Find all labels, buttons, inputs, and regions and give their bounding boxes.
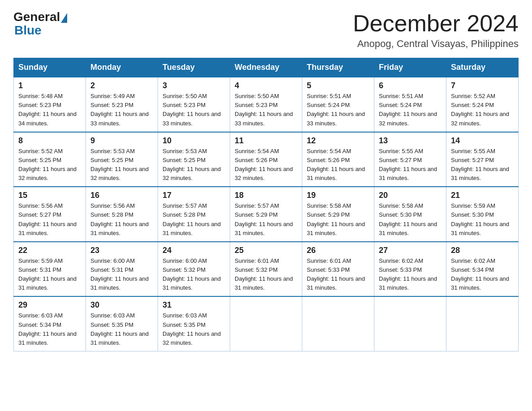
calendar-cell: 7Sunrise: 5:52 AMSunset: 5:24 PMDaylight… — [446, 77, 519, 132]
day-number: 11 — [235, 136, 297, 146]
calendar-cell: 9Sunrise: 5:53 AMSunset: 5:25 PMDaylight… — [86, 132, 158, 187]
calendar-cell: 23Sunrise: 6:00 AMSunset: 5:31 PMDayligh… — [86, 242, 158, 297]
calendar-cell — [374, 296, 446, 351]
day-info: Sunrise: 6:00 AMSunset: 5:31 PMDaylight:… — [90, 257, 153, 293]
day-number: 5 — [307, 81, 369, 90]
day-info: Sunrise: 5:54 AMSunset: 5:26 PMDaylight:… — [307, 147, 369, 183]
title-block: December 2024 Anopog, Central Visayas, P… — [353, 11, 519, 50]
day-info: Sunrise: 5:59 AMSunset: 5:30 PMDaylight:… — [451, 201, 514, 238]
column-header-thursday: Thursday — [302, 58, 374, 77]
day-number: 13 — [379, 136, 442, 146]
calendar-cell: 6Sunrise: 5:51 AMSunset: 5:24 PMDaylight… — [374, 77, 446, 132]
day-number: 3 — [163, 81, 225, 90]
calendar-cell: 2Sunrise: 5:49 AMSunset: 5:23 PMDaylight… — [86, 77, 158, 132]
day-info: Sunrise: 6:03 AMSunset: 5:34 PMDaylight:… — [18, 311, 81, 347]
day-number: 2 — [90, 81, 153, 90]
day-number: 8 — [18, 136, 81, 146]
day-info: Sunrise: 5:50 AMSunset: 5:23 PMDaylight:… — [235, 92, 297, 128]
column-header-wednesday: Wednesday — [230, 58, 302, 77]
page-header: General Blue December 2024 Anopog, Centr… — [13, 11, 519, 50]
location-subtitle: Anopog, Central Visayas, Philippines — [353, 38, 519, 50]
day-number: 1 — [18, 81, 81, 90]
day-info: Sunrise: 6:03 AMSunset: 5:35 PMDaylight:… — [163, 311, 225, 347]
day-number: 30 — [90, 300, 153, 310]
calendar-cell: 1Sunrise: 5:48 AMSunset: 5:23 PMDaylight… — [14, 77, 86, 132]
day-info: Sunrise: 6:00 AMSunset: 5:32 PMDaylight:… — [163, 257, 225, 293]
day-info: Sunrise: 6:01 AMSunset: 5:32 PMDaylight:… — [235, 257, 297, 293]
calendar-cell: 15Sunrise: 5:56 AMSunset: 5:27 PMDayligh… — [14, 187, 86, 242]
calendar-cell: 12Sunrise: 5:54 AMSunset: 5:26 PMDayligh… — [302, 132, 374, 187]
day-number: 29 — [18, 300, 81, 310]
calendar-cell: 8Sunrise: 5:52 AMSunset: 5:25 PMDaylight… — [14, 132, 86, 187]
day-info: Sunrise: 5:56 AMSunset: 5:27 PMDaylight:… — [18, 201, 81, 238]
calendar-cell: 17Sunrise: 5:57 AMSunset: 5:28 PMDayligh… — [158, 187, 230, 242]
day-number: 23 — [90, 246, 153, 255]
logo: General Blue — [13, 11, 67, 37]
day-number: 20 — [379, 191, 442, 200]
column-header-saturday: Saturday — [446, 58, 519, 77]
day-info: Sunrise: 5:51 AMSunset: 5:24 PMDaylight:… — [379, 92, 442, 128]
column-header-friday: Friday — [374, 58, 446, 77]
day-info: Sunrise: 5:52 AMSunset: 5:24 PMDaylight:… — [451, 92, 514, 128]
calendar-cell: 19Sunrise: 5:58 AMSunset: 5:29 PMDayligh… — [302, 187, 374, 242]
day-info: Sunrise: 5:51 AMSunset: 5:24 PMDaylight:… — [307, 92, 369, 128]
calendar-cell: 16Sunrise: 5:56 AMSunset: 5:28 PMDayligh… — [86, 187, 158, 242]
day-number: 12 — [307, 136, 369, 146]
day-number: 14 — [451, 136, 514, 146]
week-row-5: 29Sunrise: 6:03 AMSunset: 5:34 PMDayligh… — [14, 296, 519, 351]
week-row-1: 1Sunrise: 5:48 AMSunset: 5:23 PMDaylight… — [14, 77, 519, 132]
calendar-table: SundayMondayTuesdayWednesdayThursdayFrid… — [13, 58, 519, 351]
day-number: 18 — [235, 191, 297, 200]
calendar-cell — [230, 296, 302, 351]
column-header-monday: Monday — [86, 58, 158, 77]
day-number: 31 — [163, 300, 225, 310]
day-number: 22 — [18, 246, 81, 255]
week-row-2: 8Sunrise: 5:52 AMSunset: 5:25 PMDaylight… — [14, 132, 519, 187]
day-info: Sunrise: 5:49 AMSunset: 5:23 PMDaylight:… — [90, 92, 153, 128]
day-number: 9 — [90, 136, 153, 146]
day-number: 28 — [451, 246, 514, 255]
day-info: Sunrise: 5:59 AMSunset: 5:31 PMDaylight:… — [18, 257, 81, 293]
calendar-cell: 10Sunrise: 5:53 AMSunset: 5:25 PMDayligh… — [158, 132, 230, 187]
month-year-title: December 2024 — [353, 11, 519, 36]
day-info: Sunrise: 6:03 AMSunset: 5:35 PMDaylight:… — [90, 311, 153, 347]
logo-arrow-icon — [61, 13, 67, 23]
day-info: Sunrise: 5:50 AMSunset: 5:23 PMDaylight:… — [163, 92, 225, 128]
calendar-cell: 26Sunrise: 6:01 AMSunset: 5:33 PMDayligh… — [302, 242, 374, 297]
day-info: Sunrise: 5:57 AMSunset: 5:28 PMDaylight:… — [163, 201, 225, 238]
week-row-3: 15Sunrise: 5:56 AMSunset: 5:27 PMDayligh… — [14, 187, 519, 242]
calendar-cell: 25Sunrise: 6:01 AMSunset: 5:32 PMDayligh… — [230, 242, 302, 297]
day-number: 19 — [307, 191, 369, 200]
day-number: 17 — [163, 191, 225, 200]
day-number: 16 — [90, 191, 153, 200]
calendar-cell: 22Sunrise: 5:59 AMSunset: 5:31 PMDayligh… — [14, 242, 86, 297]
calendar-cell — [446, 296, 519, 351]
day-number: 6 — [379, 81, 442, 90]
day-number: 10 — [163, 136, 225, 146]
calendar-cell: 5Sunrise: 5:51 AMSunset: 5:24 PMDaylight… — [302, 77, 374, 132]
calendar-cell: 29Sunrise: 6:03 AMSunset: 5:34 PMDayligh… — [14, 296, 86, 351]
calendar-cell: 14Sunrise: 5:55 AMSunset: 5:27 PMDayligh… — [446, 132, 519, 187]
column-header-sunday: Sunday — [14, 58, 86, 77]
day-info: Sunrise: 5:48 AMSunset: 5:23 PMDaylight:… — [18, 92, 81, 128]
day-number: 26 — [307, 246, 369, 255]
day-info: Sunrise: 5:53 AMSunset: 5:25 PMDaylight:… — [163, 147, 225, 183]
calendar-cell: 30Sunrise: 6:03 AMSunset: 5:35 PMDayligh… — [86, 296, 158, 351]
calendar-cell: 28Sunrise: 6:02 AMSunset: 5:34 PMDayligh… — [446, 242, 519, 297]
day-info: Sunrise: 6:02 AMSunset: 5:33 PMDaylight:… — [379, 257, 442, 293]
day-number: 4 — [235, 81, 297, 90]
calendar-cell: 21Sunrise: 5:59 AMSunset: 5:30 PMDayligh… — [446, 187, 519, 242]
calendar-header-row: SundayMondayTuesdayWednesdayThursdayFrid… — [14, 58, 519, 77]
day-info: Sunrise: 5:52 AMSunset: 5:25 PMDaylight:… — [18, 147, 81, 183]
calendar-cell: 27Sunrise: 6:02 AMSunset: 5:33 PMDayligh… — [374, 242, 446, 297]
day-number: 15 — [18, 191, 81, 200]
day-info: Sunrise: 5:57 AMSunset: 5:29 PMDaylight:… — [235, 201, 297, 238]
logo-blue-text: Blue — [13, 24, 42, 37]
day-number: 25 — [235, 246, 297, 255]
calendar-cell: 31Sunrise: 6:03 AMSunset: 5:35 PMDayligh… — [158, 296, 230, 351]
column-header-tuesday: Tuesday — [158, 58, 230, 77]
calendar-cell: 18Sunrise: 5:57 AMSunset: 5:29 PMDayligh… — [230, 187, 302, 242]
day-info: Sunrise: 6:02 AMSunset: 5:34 PMDaylight:… — [451, 257, 514, 293]
calendar-cell: 24Sunrise: 6:00 AMSunset: 5:32 PMDayligh… — [158, 242, 230, 297]
calendar-cell: 20Sunrise: 5:58 AMSunset: 5:30 PMDayligh… — [374, 187, 446, 242]
